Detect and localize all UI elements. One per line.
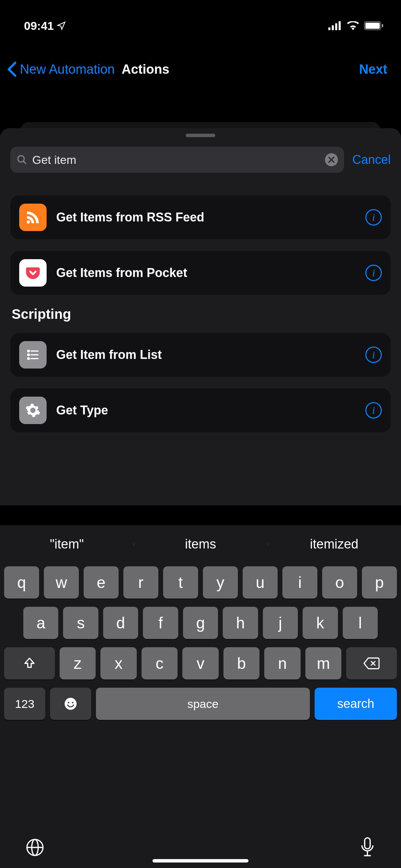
backspace-icon — [363, 657, 380, 670]
key-h[interactable]: h — [223, 607, 258, 639]
action-row-get-type[interactable]: Get Type i — [10, 388, 391, 432]
back-button[interactable]: New Automation — [7, 62, 115, 77]
svg-point-22 — [72, 702, 74, 703]
key-j[interactable]: j — [263, 607, 298, 639]
svg-point-16 — [28, 358, 29, 359]
suggestion-bar: "item" items itemized — [0, 525, 401, 563]
info-button[interactable]: i — [365, 209, 382, 226]
wifi-icon — [347, 21, 359, 30]
shift-icon — [23, 656, 36, 670]
info-button[interactable]: i — [365, 347, 382, 363]
key-y[interactable]: y — [203, 566, 238, 599]
search-icon — [16, 154, 27, 165]
key-o[interactable]: o — [322, 566, 357, 599]
svg-rect-6 — [382, 24, 383, 27]
svg-rect-3 — [339, 21, 341, 30]
svg-rect-26 — [365, 838, 370, 849]
action-label: Get Type — [56, 403, 365, 418]
key-w[interactable]: w — [44, 566, 79, 599]
backspace-key[interactable] — [346, 647, 397, 679]
svg-point-14 — [28, 354, 29, 355]
chevron-left-icon — [7, 62, 17, 77]
nav-bar: New Automation Actions Next — [0, 41, 401, 91]
emoji-icon — [63, 697, 78, 711]
svg-point-11 — [27, 220, 30, 224]
dictation-icon[interactable] — [359, 837, 376, 858]
cellular-icon — [328, 21, 342, 30]
clock-text: 09:41 — [24, 19, 54, 33]
action-label: Get Items from Pocket — [56, 266, 365, 280]
back-label: New Automation — [20, 62, 115, 77]
svg-rect-1 — [332, 25, 334, 30]
search-key[interactable]: search — [315, 688, 397, 720]
globe-icon[interactable] — [25, 838, 45, 857]
key-p[interactable]: p — [362, 566, 397, 599]
x-icon — [328, 157, 335, 163]
key-t[interactable]: t — [163, 566, 198, 599]
key-l[interactable]: l — [343, 607, 378, 639]
svg-rect-0 — [328, 27, 330, 30]
key-s[interactable]: s — [63, 607, 98, 639]
rss-icon — [19, 204, 47, 231]
action-label: Get Item from List — [56, 348, 365, 362]
action-row-rss[interactable]: Get Items from RSS Feed i — [10, 195, 391, 239]
key-m[interactable]: m — [305, 647, 342, 679]
key-k[interactable]: k — [303, 607, 338, 639]
svg-point-7 — [18, 156, 24, 162]
key-n[interactable]: n — [264, 647, 301, 679]
actions-sheet: Cancel Get Items from RSS Feed i Get Ite… — [0, 128, 401, 505]
suggestion-2[interactable]: items — [134, 537, 267, 552]
svg-line-8 — [23, 161, 26, 164]
gear-icon — [19, 397, 47, 424]
key-b[interactable]: b — [223, 647, 260, 679]
svg-point-21 — [68, 702, 70, 703]
key-r[interactable]: r — [123, 566, 158, 599]
status-bar: 09:41 — [0, 0, 401, 41]
cancel-button[interactable]: Cancel — [352, 153, 391, 167]
key-x[interactable]: x — [100, 647, 137, 679]
key-i[interactable]: i — [282, 566, 317, 599]
action-row-pocket[interactable]: Get Items from Pocket i — [10, 251, 391, 295]
svg-rect-5 — [365, 23, 380, 29]
action-row-get-item-from-list[interactable]: Get Item from List i — [10, 333, 391, 377]
location-arrow-icon — [57, 21, 66, 31]
shift-key[interactable] — [4, 647, 55, 679]
suggestion-1[interactable]: "item" — [0, 537, 134, 552]
section-header-scripting: Scripting — [12, 306, 389, 322]
key-f[interactable]: f — [143, 607, 178, 639]
numbers-key[interactable]: 123 — [4, 688, 45, 720]
key-u[interactable]: u — [243, 566, 278, 599]
home-indicator[interactable] — [153, 859, 248, 863]
clear-search-button[interactable] — [325, 153, 338, 166]
key-e[interactable]: e — [84, 566, 119, 599]
search-field[interactable] — [10, 147, 344, 173]
space-key[interactable]: space — [96, 688, 310, 720]
key-z[interactable]: z — [60, 647, 96, 679]
info-button[interactable]: i — [365, 265, 382, 281]
sheet-grabber[interactable] — [186, 134, 215, 137]
svg-rect-2 — [335, 23, 337, 30]
suggestion-3[interactable]: itemized — [267, 537, 401, 552]
svg-point-20 — [65, 698, 77, 710]
list-icon — [19, 341, 47, 369]
key-d[interactable]: d — [103, 607, 138, 639]
emoji-key[interactable] — [50, 688, 91, 720]
status-icons — [328, 21, 384, 30]
info-button[interactable]: i — [365, 402, 382, 419]
pocket-icon — [19, 259, 47, 287]
key-a[interactable]: a — [23, 607, 58, 639]
action-label: Get Items from RSS Feed — [56, 210, 365, 225]
key-g[interactable]: g — [183, 607, 218, 639]
key-c[interactable]: c — [142, 647, 178, 679]
battery-icon — [364, 21, 384, 30]
next-button[interactable]: Next — [359, 62, 387, 77]
keyboard: "item" items itemized qwertyuiop asdfghj… — [0, 525, 401, 868]
search-input[interactable] — [32, 153, 325, 167]
status-time: 09:41 — [24, 19, 66, 33]
key-v[interactable]: v — [182, 647, 219, 679]
svg-point-12 — [28, 350, 29, 352]
page-title: Actions — [122, 62, 169, 77]
key-q[interactable]: q — [4, 566, 39, 599]
